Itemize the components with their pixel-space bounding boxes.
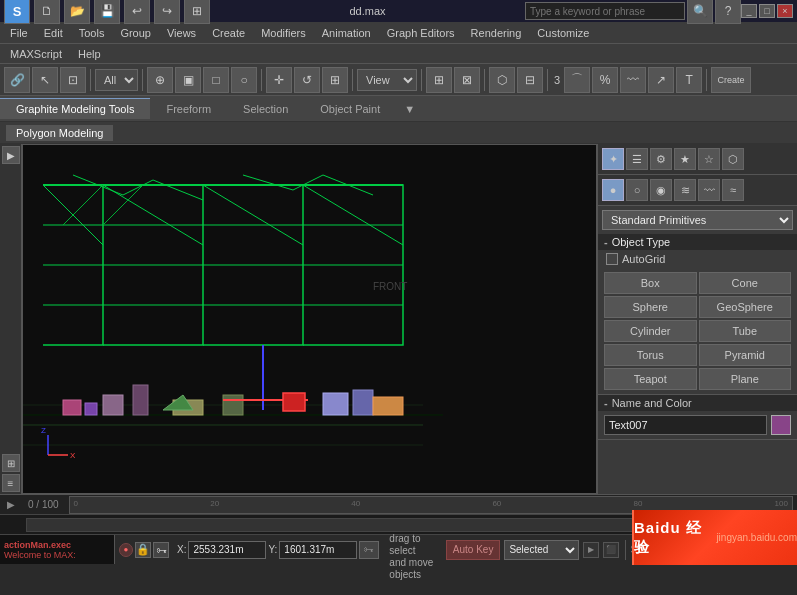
autogrid-checkbox[interactable] (606, 253, 618, 265)
menu-help[interactable]: Help (70, 46, 109, 62)
tool-cursor[interactable]: ↖ (32, 67, 58, 93)
menu-graph-editors[interactable]: Graph Editors (379, 25, 463, 41)
tool-select-region2[interactable]: ▣ (175, 67, 201, 93)
coord-key-icon[interactable]: 🗝 (359, 541, 379, 559)
minimize-btn[interactable]: _ (741, 4, 757, 18)
left-btn-arrow[interactable]: ▶ (2, 146, 20, 164)
redo-btn[interactable]: ↪ (154, 0, 180, 24)
btn-cone[interactable]: Cone (699, 272, 792, 294)
menu-tools[interactable]: Tools (71, 25, 113, 41)
name-color-header[interactable]: - Name and Color (598, 395, 797, 411)
panel-icon-camera[interactable]: ≋ (674, 179, 696, 201)
filter-select[interactable]: All (95, 69, 138, 91)
panel-icon-light[interactable]: ◉ (650, 179, 672, 201)
next-key-btn[interactable]: ▶ (583, 542, 599, 558)
maximize-btn[interactable]: □ (759, 4, 775, 18)
tool-curve[interactable]: ⌒ (564, 67, 590, 93)
save-btn[interactable]: 💾 (94, 0, 120, 24)
auto-key-btn[interactable]: Auto Key (446, 540, 501, 560)
prev-key-btn[interactable]: ⬛ (603, 542, 619, 558)
tool-select-circ[interactable]: ○ (231, 67, 257, 93)
tool-arrow[interactable]: ↗ (648, 67, 674, 93)
object-type-header[interactable]: - Object Type (598, 234, 797, 250)
panel-icon-utility[interactable]: ⬡ (722, 148, 744, 170)
tool-select-rect[interactable]: □ (203, 67, 229, 93)
tab-selection[interactable]: Selection (227, 99, 304, 119)
panel-icon-motion[interactable]: ★ (674, 148, 696, 170)
panel-icon-geo[interactable]: ● (602, 179, 624, 201)
color-swatch[interactable] (771, 415, 791, 435)
select-btn[interactable]: ⊞ (184, 0, 210, 24)
name-input[interactable] (604, 415, 767, 435)
tab-dropdown-icon[interactable]: ▼ (396, 99, 423, 119)
btn-sphere[interactable]: Sphere (604, 296, 697, 318)
menu-group[interactable]: Group (112, 25, 159, 41)
view-select[interactable]: View (357, 69, 417, 91)
panel-icon-shape[interactable]: ○ (626, 179, 648, 201)
selected-dropdown[interactable]: Selected All None (504, 540, 579, 560)
undo-btn[interactable]: ↩ (124, 0, 150, 24)
keyframe-btn[interactable]: ● (119, 543, 133, 557)
svg-rect-15 (103, 395, 123, 415)
panel-icon-hierarchy[interactable]: ⚙ (650, 148, 672, 170)
menu-create[interactable]: Create (204, 25, 253, 41)
svg-text:FRONT: FRONT (373, 281, 407, 292)
btn-box[interactable]: Box (604, 272, 697, 294)
panel-icon-spacewarp[interactable]: ≈ (722, 179, 744, 201)
menu-rendering[interactable]: Rendering (463, 25, 530, 41)
menu-maxscript[interactable]: MAXScript (2, 46, 70, 62)
search-input[interactable] (525, 2, 685, 20)
tool-link[interactable]: 🔗 (4, 67, 30, 93)
open-btn[interactable]: 📂 (64, 0, 90, 24)
help-btn[interactable]: ? (715, 0, 741, 24)
panel-icon-modify[interactable]: ☰ (626, 148, 648, 170)
btn-cylinder[interactable]: Cylinder (604, 320, 697, 342)
left-btn-grid[interactable]: ≡ (2, 474, 20, 492)
close-btn[interactable]: × (777, 4, 793, 18)
tool-select-obj[interactable]: ⊕ (147, 67, 173, 93)
panel-icon-display[interactable]: ☆ (698, 148, 720, 170)
search-btn[interactable]: 🔍 (687, 0, 713, 24)
timeline-icon: ▶ (0, 499, 22, 510)
tool-rotate[interactable]: ↺ (294, 67, 320, 93)
tool-create[interactable]: Create (711, 67, 751, 93)
tool-snap[interactable]: ⊞ (426, 67, 452, 93)
btn-torus[interactable]: Torus (604, 344, 697, 366)
panel-icon-create[interactable]: ✦ (602, 148, 624, 170)
menu-animation[interactable]: Animation (314, 25, 379, 41)
tab-object-paint[interactable]: Object Paint (304, 99, 396, 119)
btn-tube[interactable]: Tube (699, 320, 792, 342)
tool-move[interactable]: ✛ (266, 67, 292, 93)
tab-freeform[interactable]: Freeform (150, 99, 227, 119)
new-btn[interactable]: 🗋 (34, 0, 60, 24)
panel-icon-helper[interactable]: 〰 (698, 179, 720, 201)
menu-views[interactable]: Views (159, 25, 204, 41)
viewport[interactable]: [+] [Perspective] [Realistic] (22, 144, 597, 494)
tool-mirror[interactable]: ⬡ (489, 67, 515, 93)
y-coord-input[interactable] (279, 541, 357, 559)
btn-geosphere[interactable]: GeoSphere (699, 296, 792, 318)
menu-customize[interactable]: Customize (529, 25, 597, 41)
btn-plane[interactable]: Plane (699, 368, 792, 390)
btn-pyramid[interactable]: Pyramid (699, 344, 792, 366)
subtab-polygon-modeling[interactable]: Polygon Modeling (6, 125, 113, 141)
svg-rect-20 (223, 395, 243, 415)
tool-wave[interactable]: 〰 (620, 67, 646, 93)
right-panel: ✦ ☰ ⚙ ★ ☆ ⬡ ● ○ ◉ ≋ 〰 ≈ Standard Primiti… (597, 144, 797, 494)
tool-select-region[interactable]: ⊡ (60, 67, 86, 93)
lock-btn[interactable]: 🔒 (135, 542, 151, 558)
tool-text[interactable]: T (676, 67, 702, 93)
tool-align[interactable]: ⊟ (517, 67, 543, 93)
tab-graphite[interactable]: Graphite Modeling Tools (0, 98, 150, 119)
btn-teapot[interactable]: Teapot (604, 368, 697, 390)
tool-snap2[interactable]: ⊠ (454, 67, 480, 93)
left-btn-play[interactable]: ⊞ (2, 454, 20, 472)
tool-percent[interactable]: % (592, 67, 618, 93)
menu-file[interactable]: File (2, 25, 36, 41)
x-coord-input[interactable] (188, 541, 266, 559)
menu-edit[interactable]: Edit (36, 25, 71, 41)
menu-modifiers[interactable]: Modifiers (253, 25, 314, 41)
primitive-type-select[interactable]: Standard Primitives Extended Primitives … (602, 210, 793, 230)
tool-scale[interactable]: ⊞ (322, 67, 348, 93)
anim-key-icon[interactable]: 🗝 (153, 542, 169, 558)
